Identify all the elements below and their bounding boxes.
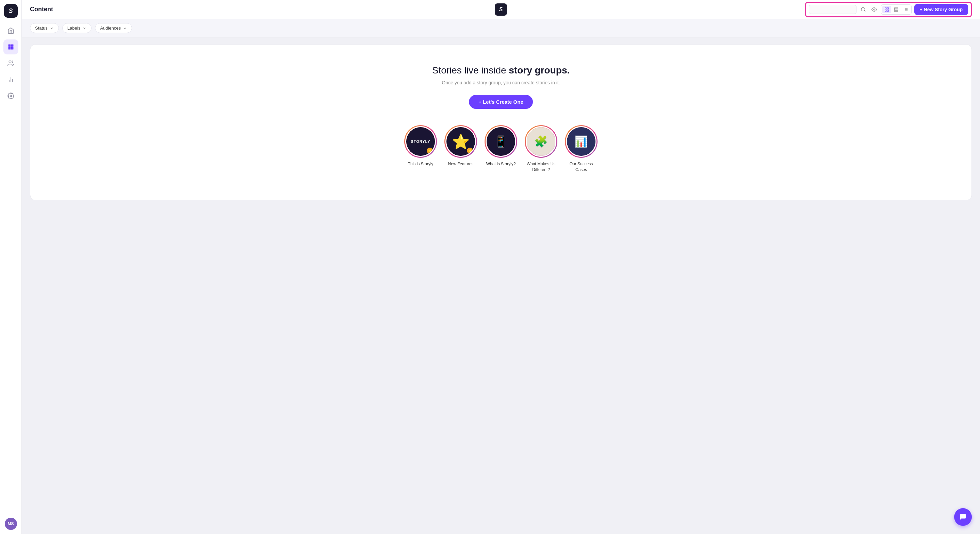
list-view-button[interactable]: [901, 6, 910, 13]
story-circle-inner-features: ⭐ ⭐: [445, 126, 476, 157]
empty-state-subtitle: Once you add a story group, you can crea…: [442, 80, 560, 85]
story-circle-ring-success: 📊: [565, 125, 598, 158]
story-circle-inner-storyly: STORYLY ⭐: [405, 126, 436, 157]
story-example-success[interactable]: 📊 Our Success Cases: [566, 125, 597, 173]
new-story-group-button[interactable]: + New Story Group: [914, 4, 968, 15]
svg-rect-3: [11, 47, 13, 50]
svg-point-8: [10, 95, 11, 97]
home-icon: [8, 27, 14, 34]
svg-point-4: [9, 61, 11, 63]
storyly-badge: ⭐: [427, 148, 433, 154]
grid-view-button[interactable]: [882, 6, 891, 13]
story-example-storyly[interactable]: STORYLY ⭐ This is Storyly: [405, 125, 436, 167]
search-input[interactable]: [809, 5, 856, 14]
storyly-text: STORYLY: [411, 140, 430, 143]
grid-icon: [885, 7, 889, 12]
preview-button[interactable]: [870, 5, 878, 14]
list-icon: [904, 7, 908, 12]
svg-rect-17: [894, 9, 898, 10]
svg-rect-0: [8, 44, 11, 47]
circle-puzzle: 🧩: [527, 127, 555, 156]
empty-state-card: Stories live inside story groups. Once y…: [30, 44, 972, 200]
chevron-down-icon-3: [123, 26, 127, 30]
story-example-new-features[interactable]: ⭐ ⭐ New Features: [445, 125, 476, 167]
status-filter[interactable]: Status: [30, 23, 59, 33]
story-circle-inner-success: 📊: [566, 126, 597, 157]
story-circle-ring-storyly: STORYLY ⭐: [404, 125, 437, 158]
header-logo: S: [495, 3, 507, 16]
chevron-down-icon-2: [82, 26, 86, 30]
story-circle-ring-what-makes: 🧩: [525, 125, 557, 158]
filter-bar: Status Labels Audiences: [22, 19, 980, 37]
story-examples: STORYLY ⭐ This is Storyly ⭐ ⭐: [405, 125, 597, 173]
search-icon: [861, 7, 866, 12]
circle-phones: 📱: [487, 127, 515, 156]
story-circle-inner-what-makes: 🧩: [526, 126, 556, 157]
content-area: Stories live inside story groups. Once y…: [22, 37, 980, 534]
story-circle-inner-what-is: 📱: [485, 126, 516, 157]
circle-storyly: STORYLY ⭐: [406, 127, 435, 156]
main-area: Content S: [22, 0, 980, 534]
story-example-what-makes[interactable]: 🧩 What Makes Us Different?: [526, 125, 556, 173]
svg-rect-13: [887, 8, 888, 9]
svg-rect-15: [887, 10, 888, 11]
sidebar: S: [0, 0, 22, 534]
row-icon: [894, 7, 899, 12]
circle-star: ⭐ ⭐: [447, 127, 475, 156]
story-label-features: New Features: [448, 161, 474, 167]
star-badge: ⭐: [467, 148, 473, 154]
labels-filter-label: Labels: [67, 25, 80, 30]
story-label-what-is: What is Storyly?: [486, 161, 516, 167]
view-toggle: [881, 5, 912, 14]
svg-rect-14: [885, 10, 886, 11]
audiences-filter[interactable]: Audiences: [95, 23, 132, 33]
create-one-button[interactable]: + Let's Create One: [469, 95, 533, 109]
svg-rect-1: [11, 44, 13, 47]
sidebar-item-audience[interactable]: [3, 56, 18, 71]
content-icon: [8, 43, 14, 50]
row-view-button[interactable]: [892, 6, 901, 13]
header-right-controls: + New Story Group: [805, 2, 972, 17]
sidebar-logo-text: S: [8, 8, 13, 14]
chat-button[interactable]: [954, 508, 972, 526]
audience-icon: [8, 60, 14, 67]
sidebar-nav: [0, 23, 21, 515]
svg-rect-18: [894, 10, 898, 11]
header: Content S: [22, 0, 980, 19]
story-circle-ring-what-is: 📱: [485, 125, 517, 158]
sidebar-item-home[interactable]: [3, 23, 18, 38]
svg-point-9: [861, 8, 865, 11]
labels-filter[interactable]: Labels: [62, 23, 92, 33]
analytics-icon: [8, 76, 14, 83]
header-logo-text: S: [499, 6, 503, 13]
empty-state-title: Stories live inside story groups.: [432, 65, 570, 76]
svg-rect-2: [8, 47, 11, 50]
story-label-what-makes: What Makes Us Different?: [526, 161, 556, 173]
sidebar-item-content[interactable]: [3, 40, 18, 54]
sidebar-item-settings[interactable]: [3, 89, 18, 103]
story-label-storyly: This is Storyly: [408, 161, 434, 167]
status-filter-label: Status: [35, 25, 48, 30]
user-avatar[interactable]: MS: [5, 518, 17, 530]
chevron-down-icon: [50, 26, 54, 30]
story-circle-ring-features: ⭐ ⭐: [444, 125, 477, 158]
svg-rect-16: [894, 8, 898, 8]
chat-icon: [959, 513, 967, 521]
svg-point-11: [873, 9, 875, 10]
search-button[interactable]: [859, 5, 867, 14]
audiences-filter-label: Audiences: [100, 25, 121, 30]
story-example-what-is[interactable]: 📱 What is Storyly?: [485, 125, 516, 167]
sidebar-logo: S: [4, 4, 18, 18]
page-title: Content: [30, 6, 53, 13]
svg-line-10: [864, 11, 865, 11]
story-label-success: Our Success Cases: [566, 161, 597, 173]
eye-icon: [872, 7, 877, 12]
sidebar-item-analytics[interactable]: [3, 72, 18, 87]
circle-apps: 📊: [567, 127, 595, 156]
settings-icon: [8, 92, 14, 99]
svg-rect-12: [885, 8, 886, 9]
